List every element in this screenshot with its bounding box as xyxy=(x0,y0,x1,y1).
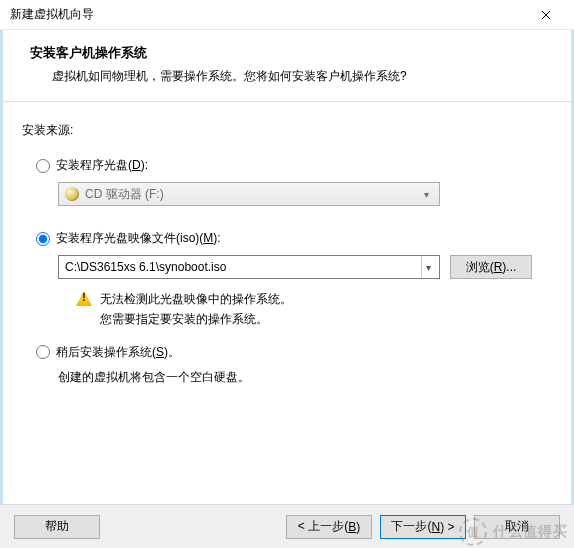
back-button[interactable]: < 上一步(B) xyxy=(286,515,372,539)
wizard-header: 安装客户机操作系统 虚拟机如同物理机，需要操作系统。您将如何安装客户机操作系统? xyxy=(0,30,574,102)
window-title: 新建虚拟机向导 xyxy=(10,6,526,23)
disc-drive-value: CD 驱动器 (F:) xyxy=(85,186,418,203)
chevron-down-icon: ▾ xyxy=(418,189,435,200)
iso-path-combo[interactable]: C:\DS3615xs 6.1\synoboot.iso ▾ xyxy=(58,255,440,279)
warning-icon xyxy=(76,290,92,306)
page-subtitle: 虚拟机如同物理机，需要操作系统。您将如何安装客户机操作系统? xyxy=(52,68,552,85)
next-button[interactable]: 下一步(N) > xyxy=(380,515,466,539)
disc-icon xyxy=(65,187,79,201)
titlebar: 新建虚拟机向导 xyxy=(0,0,574,30)
disc-drive-combo[interactable]: CD 驱动器 (F:) ▾ xyxy=(58,182,440,206)
browse-button[interactable]: 浏览(R)... xyxy=(450,255,532,279)
option-later-description: 创建的虚拟机将包含一个空白硬盘。 xyxy=(58,369,552,386)
iso-warning: 无法检测此光盘映像中的操作系统。 您需要指定要安装的操作系统。 xyxy=(76,289,552,330)
help-button[interactable]: 帮助 xyxy=(14,515,100,539)
radio-iso[interactable] xyxy=(36,232,50,246)
window-left-border xyxy=(0,30,3,548)
option-later[interactable]: 稍后安装操作系统(S)。 xyxy=(36,344,552,361)
wizard-content: 安装来源: 安装程序光盘(D): CD 驱动器 (F:) ▾ 安装程序光盘映像文… xyxy=(0,102,574,396)
option-iso[interactable]: 安装程序光盘映像文件(iso)(M): xyxy=(36,230,552,247)
option-iso-label: 安装程序光盘映像文件(iso)(M): xyxy=(56,230,221,247)
radio-disc[interactable] xyxy=(36,159,50,173)
cancel-button[interactable]: 取消 xyxy=(474,515,560,539)
install-source-label: 安装来源: xyxy=(22,122,552,139)
radio-later[interactable] xyxy=(36,345,50,359)
close-icon xyxy=(541,10,551,20)
page-title: 安装客户机操作系统 xyxy=(30,44,552,62)
wizard-footer: 帮助 < 上一步(B) 下一步(N) > 取消 xyxy=(0,504,574,548)
option-disc[interactable]: 安装程序光盘(D): xyxy=(36,157,552,174)
option-disc-label: 安装程序光盘(D): xyxy=(56,157,148,174)
close-button[interactable] xyxy=(526,1,566,29)
option-later-label: 稍后安装操作系统(S)。 xyxy=(56,344,180,361)
iso-warning-text: 无法检测此光盘映像中的操作系统。 您需要指定要安装的操作系统。 xyxy=(100,289,292,330)
iso-path-value: C:\DS3615xs 6.1\synoboot.iso xyxy=(65,260,421,274)
chevron-down-icon[interactable]: ▾ xyxy=(421,256,435,278)
